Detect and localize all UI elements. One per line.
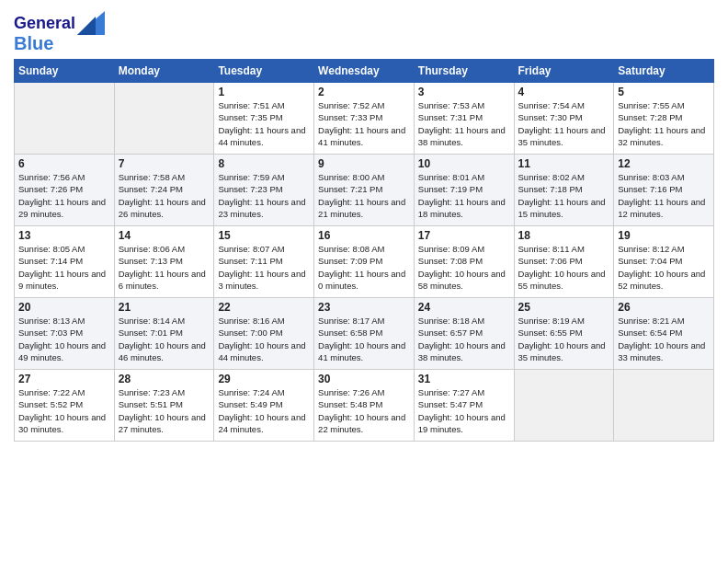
sunset-text: Sunset: 7:03 PM (18, 327, 83, 338)
sunset-text: Sunset: 7:09 PM (318, 256, 382, 266)
daylight-text: Daylight: 10 hours and 55 minutes. (518, 269, 606, 291)
sunrise-text: Sunrise: 8:12 AM (618, 244, 684, 254)
sunset-text: Sunset: 7:13 PM (119, 256, 183, 266)
logo: General Blue (14, 13, 105, 53)
day-info: Sunrise: 8:02 AMSunset: 7:18 PMDaylight:… (518, 171, 610, 220)
daylight-text: Daylight: 10 hours and 24 minutes. (218, 412, 305, 434)
header: General Blue (14, 9, 714, 53)
sunset-text: Sunset: 7:01 PM (119, 327, 183, 338)
sunrise-text: Sunrise: 7:52 AM (318, 100, 384, 110)
weekday-header-thursday: Thursday (414, 60, 514, 83)
day-info: Sunrise: 8:19 AMSunset: 6:55 PMDaylight:… (518, 315, 610, 363)
sunset-text: Sunset: 7:26 PM (18, 184, 83, 194)
sunrise-text: Sunrise: 7:56 AM (18, 172, 85, 182)
day-info: Sunrise: 8:13 AMSunset: 7:03 PMDaylight:… (18, 315, 110, 363)
sunrise-text: Sunrise: 7:26 AM (318, 387, 384, 397)
daylight-text: Daylight: 11 hours and 35 minutes. (518, 125, 606, 147)
calendar-cell (514, 370, 614, 442)
calendar-cell: 16Sunrise: 8:08 AMSunset: 7:09 PMDayligh… (314, 226, 415, 298)
sunset-text: Sunset: 6:55 PM (518, 327, 583, 338)
sunrise-text: Sunrise: 7:23 AM (119, 387, 185, 397)
sunset-text: Sunset: 7:16 PM (618, 184, 682, 194)
day-info: Sunrise: 8:18 AMSunset: 6:57 PMDaylight:… (418, 315, 510, 363)
calendar-cell: 12Sunrise: 8:03 AMSunset: 7:16 PMDayligh… (614, 155, 714, 226)
daylight-text: Daylight: 10 hours and 44 minutes. (218, 340, 305, 362)
sunset-text: Sunset: 7:14 PM (18, 256, 83, 266)
sunset-text: Sunset: 7:06 PM (518, 256, 583, 266)
day-info: Sunrise: 8:01 AMSunset: 7:19 PMDaylight:… (418, 171, 510, 220)
day-number: 19 (618, 229, 710, 242)
sunrise-text: Sunrise: 8:02 AM (518, 172, 585, 182)
day-info: Sunrise: 8:09 AMSunset: 7:08 PMDaylight:… (418, 243, 510, 292)
daylight-text: Daylight: 10 hours and 52 minutes. (618, 269, 705, 291)
sunrise-text: Sunrise: 8:19 AM (518, 316, 585, 326)
sunset-text: Sunset: 7:30 PM (518, 112, 583, 122)
sunrise-text: Sunrise: 7:24 AM (218, 387, 284, 397)
day-info: Sunrise: 8:06 AMSunset: 7:13 PMDaylight:… (119, 243, 210, 292)
calendar-cell: 29Sunrise: 7:24 AMSunset: 5:49 PMDayligh… (214, 370, 314, 442)
calendar-cell: 13Sunrise: 8:05 AMSunset: 7:14 PMDayligh… (15, 226, 115, 298)
sunrise-text: Sunrise: 7:51 AM (218, 100, 284, 110)
calendar-cell: 22Sunrise: 8:16 AMSunset: 7:00 PMDayligh… (214, 298, 314, 370)
calendar-cell: 5Sunrise: 7:55 AMSunset: 7:28 PMDaylight… (614, 83, 714, 155)
sunset-text: Sunset: 6:58 PM (318, 327, 382, 338)
day-info: Sunrise: 7:56 AMSunset: 7:26 PMDaylight:… (18, 171, 110, 220)
day-number: 7 (119, 157, 210, 170)
sunset-text: Sunset: 5:49 PM (218, 399, 282, 409)
calendar-cell: 31Sunrise: 7:27 AMSunset: 5:47 PMDayligh… (414, 370, 514, 442)
calendar-cell: 21Sunrise: 8:14 AMSunset: 7:01 PMDayligh… (114, 298, 214, 370)
daylight-text: Daylight: 10 hours and 19 minutes. (418, 412, 506, 434)
sunrise-text: Sunrise: 8:13 AM (18, 316, 85, 326)
daylight-text: Daylight: 10 hours and 30 minutes. (18, 412, 106, 434)
calendar-week-1: 1Sunrise: 7:51 AMSunset: 7:35 PMDaylight… (15, 83, 714, 155)
calendar-cell: 11Sunrise: 8:02 AMSunset: 7:18 PMDayligh… (514, 155, 614, 226)
calendar-cell: 17Sunrise: 8:09 AMSunset: 7:08 PMDayligh… (414, 226, 514, 298)
calendar-cell: 1Sunrise: 7:51 AMSunset: 7:35 PMDaylight… (214, 83, 314, 155)
weekday-header-row: SundayMondayTuesdayWednesdayThursdayFrid… (15, 60, 714, 83)
calendar-week-5: 27Sunrise: 7:22 AMSunset: 5:52 PMDayligh… (15, 370, 714, 442)
sunrise-text: Sunrise: 8:08 AM (318, 244, 384, 254)
calendar-cell: 19Sunrise: 8:12 AMSunset: 7:04 PMDayligh… (614, 226, 714, 298)
calendar-cell: 30Sunrise: 7:26 AMSunset: 5:48 PMDayligh… (314, 370, 415, 442)
day-info: Sunrise: 7:22 AMSunset: 5:52 PMDaylight:… (18, 386, 110, 435)
sunrise-text: Sunrise: 8:21 AM (618, 316, 684, 326)
day-info: Sunrise: 8:12 AMSunset: 7:04 PMDaylight:… (618, 243, 710, 292)
sunset-text: Sunset: 7:33 PM (318, 112, 382, 122)
calendar-cell: 24Sunrise: 8:18 AMSunset: 6:57 PMDayligh… (414, 298, 514, 370)
calendar-cell (114, 83, 214, 155)
daylight-text: Daylight: 10 hours and 41 minutes. (318, 340, 405, 362)
calendar-cell (614, 370, 714, 442)
daylight-text: Daylight: 10 hours and 35 minutes. (518, 340, 606, 362)
sunset-text: Sunset: 6:54 PM (618, 327, 682, 338)
daylight-text: Daylight: 10 hours and 58 minutes. (418, 269, 506, 291)
sunset-text: Sunset: 7:08 PM (418, 256, 483, 266)
day-number: 20 (18, 301, 110, 314)
sunset-text: Sunset: 7:31 PM (418, 112, 483, 122)
daylight-text: Daylight: 11 hours and 6 minutes. (119, 269, 206, 291)
sunrise-text: Sunrise: 8:17 AM (318, 316, 384, 326)
sunset-text: Sunset: 5:51 PM (119, 399, 183, 409)
sunrise-text: Sunrise: 8:14 AM (119, 316, 185, 326)
calendar-cell: 25Sunrise: 8:19 AMSunset: 6:55 PMDayligh… (514, 298, 614, 370)
daylight-text: Daylight: 11 hours and 9 minutes. (18, 269, 106, 291)
daylight-text: Daylight: 10 hours and 33 minutes. (618, 340, 705, 362)
daylight-text: Daylight: 11 hours and 3 minutes. (218, 269, 305, 291)
weekday-header-wednesday: Wednesday (314, 60, 415, 83)
day-number: 10 (418, 157, 510, 170)
daylight-text: Daylight: 10 hours and 27 minutes. (119, 412, 206, 434)
daylight-text: Daylight: 11 hours and 21 minutes. (318, 197, 405, 219)
sunrise-text: Sunrise: 7:59 AM (218, 172, 284, 182)
day-number: 13 (18, 229, 110, 242)
sunset-text: Sunset: 5:52 PM (18, 399, 83, 409)
day-number: 28 (119, 373, 210, 385)
day-number: 22 (218, 301, 310, 314)
day-number: 24 (418, 301, 510, 314)
calendar-cell: 18Sunrise: 8:11 AMSunset: 7:06 PMDayligh… (514, 226, 614, 298)
sunrise-text: Sunrise: 7:53 AM (418, 100, 484, 110)
day-number: 18 (518, 229, 610, 242)
day-info: Sunrise: 8:07 AMSunset: 7:11 PMDaylight:… (218, 243, 310, 292)
daylight-text: Daylight: 11 hours and 38 minutes. (418, 125, 506, 147)
day-number: 8 (218, 157, 310, 170)
daylight-text: Daylight: 10 hours and 46 minutes. (119, 340, 206, 362)
day-number: 6 (18, 157, 110, 170)
